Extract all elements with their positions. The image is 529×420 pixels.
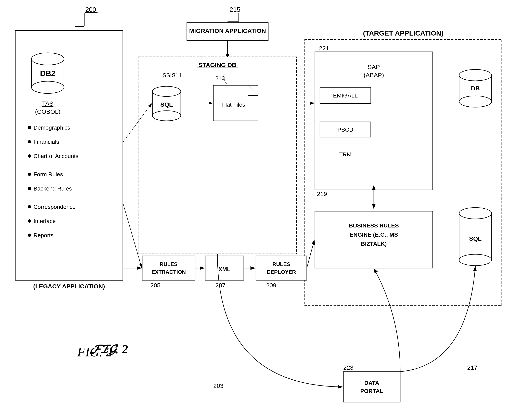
pscd-label: PSCD	[337, 127, 353, 133]
svg-point-9	[31, 53, 64, 65]
target-application-label: (TARGET APPLICATION)	[363, 29, 443, 37]
svg-point-15	[152, 86, 181, 96]
demographics-label: Demographics	[34, 124, 70, 131]
bullet-demographics	[28, 126, 31, 129]
diagram-container: 200 201 215 MIGRATION APPLICATION DB2 TA…	[0, 0, 529, 420]
abap-label: (ABAP)	[364, 72, 384, 79]
migration-application-label: MIGRATION APPLICATION	[189, 27, 266, 34]
ref-223: 223	[343, 364, 354, 371]
main-diagram-svg: 200 201 215 MIGRATION APPLICATION DB2 TA…	[0, 0, 529, 420]
bullet-financials	[28, 140, 31, 143]
data-portal-box	[343, 372, 400, 402]
staging-db-label: STAGING DB	[198, 62, 236, 68]
business-rules-label-1: BUSINESS RULES	[349, 222, 399, 229]
sap-label: SAP	[368, 64, 380, 70]
sql-right-label: SQL	[469, 235, 482, 242]
ref-219: 219	[317, 191, 327, 197]
svg-point-30	[459, 208, 492, 219]
ref-207: 207	[215, 282, 225, 289]
tas-cobol-label: TAS	[42, 100, 53, 107]
business-rules-label-2: ENGINE (E.G., MS	[350, 232, 398, 238]
data-portal-label-2: PORTAL	[360, 388, 383, 394]
ref-213: 213	[215, 75, 225, 81]
svg-point-31	[459, 254, 492, 266]
financials-label: Financials	[34, 139, 59, 145]
figure-label-alt: FIG. 2	[77, 345, 112, 359]
ref-215: 215	[230, 6, 240, 13]
svg-point-25	[459, 69, 492, 81]
trm-label: TRM	[339, 151, 352, 158]
reports-label: Reports	[34, 232, 53, 238]
bullet-backend-rules	[28, 187, 31, 190]
emigall-label: EMIGALL	[333, 92, 357, 99]
bullet-reports	[28, 234, 31, 237]
ref-205: 205	[150, 282, 160, 289]
ref-200: 200	[85, 6, 96, 13]
bullet-form-rules	[28, 173, 31, 176]
backend-rules-label: Backend Rules	[34, 185, 72, 192]
rules-deployer-label-1: RULES	[272, 261, 290, 267]
db2-label: DB2	[40, 69, 55, 78]
rules-extraction-box	[142, 256, 195, 280]
db-right-top-label: DB	[471, 85, 480, 92]
ref-221: 221	[319, 45, 329, 52]
ref-209: 209	[266, 282, 276, 289]
svg-point-26	[459, 96, 492, 107]
rules-deployer-box	[256, 256, 307, 280]
data-portal-label-1: DATA	[364, 380, 379, 386]
correspondence-label: Correspondence	[34, 204, 76, 210]
chart-of-accounts-label: Chart of Accounts	[34, 153, 79, 159]
form-rules-label: Form Rules	[34, 171, 63, 178]
svg-point-10	[31, 81, 64, 93]
svg-point-16	[152, 111, 181, 121]
ref-217: 217	[467, 364, 477, 371]
legacy-application-label: (LEGACY APPLICATION)	[33, 283, 105, 290]
bullet-chart-of-accounts	[28, 154, 31, 158]
rules-extraction-label-2: EXTRACTION	[152, 269, 186, 275]
ref-203: 203	[213, 382, 224, 389]
ref-211: 211	[172, 72, 182, 79]
sql-left-label: SQL	[160, 101, 173, 108]
rules-deployer-label-2: DEPLOYER	[267, 269, 296, 275]
xml-label: XML	[218, 266, 230, 272]
rules-extraction-label-1: RULES	[160, 261, 178, 267]
cobol-label: (COBOL)	[35, 108, 60, 115]
flat-files-label: Flat Files	[222, 102, 245, 108]
interface-label: Interface	[34, 218, 56, 224]
bullet-interface	[28, 219, 31, 223]
bullet-correspondence	[28, 205, 31, 208]
business-rules-label-3: BIZTALK)	[361, 241, 387, 247]
business-rules-engine-box	[315, 211, 433, 268]
